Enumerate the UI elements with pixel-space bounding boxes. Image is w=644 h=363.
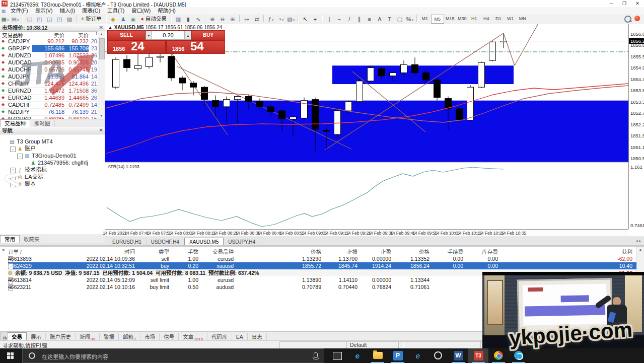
navigator-close-icon[interactable]: ✕ — [99, 127, 103, 134]
periods-button[interactable]: ◔ — [276, 15, 286, 24]
status-profile[interactable]: Default — [346, 341, 404, 349]
horizontal-line-button[interactable]: − — [334, 15, 344, 24]
taskbar-app-q-app[interactable] — [428, 348, 448, 363]
menu-item-6[interactable]: 帮助(H) — [154, 7, 179, 14]
menu-item-2[interactable]: 插入(I) — [56, 7, 79, 14]
terminal-button[interactable]: ◳ — [54, 15, 64, 24]
auto-scroll-button[interactable]: ↦ — [242, 15, 252, 24]
community-button[interactable]: ♟ — [118, 15, 128, 24]
market-watch-row-AUDNZD[interactable]: ◆AUDNZD1.074961.0752226 — [0, 52, 98, 59]
market-watch-row-CHFJPY[interactable]: ◆CHFJPY124.475124.49621 — [0, 80, 98, 88]
chart-tab-USDCHF-H4[interactable]: USDCHF,H4 — [147, 238, 184, 246]
terminal-tab-代码库[interactable]: 代码库 — [207, 333, 232, 341]
terminal-tab-账户历史[interactable]: 账户历史 — [46, 333, 76, 341]
sell-button[interactable]: SELL — [108, 31, 145, 40]
menu-item-3[interactable]: 图表(C) — [79, 7, 104, 14]
strategy-tester-button[interactable]: ▨ — [64, 15, 75, 24]
navigator-tab-0[interactable]: 常用 — [0, 235, 20, 243]
navigator-tab-1[interactable]: 收藏夹 — [20, 236, 44, 243]
timeframe-W1[interactable]: W1 — [505, 15, 517, 23]
menu-item-4[interactable]: 工具(T) — [104, 7, 128, 14]
label-button[interactable]: T — [385, 15, 395, 24]
data-window-button[interactable]: ◰ — [34, 15, 44, 24]
templates-button[interactable]: ▧ — [286, 15, 296, 24]
market-watch-row-NZDUSD[interactable]: ◆NZDUSD0.660850.6610015 — [0, 115, 98, 119]
market-watch-row-CADCHF[interactable]: ◆CADCHF0.724850.7249914 — [0, 101, 98, 109]
timeframe-M5[interactable]: M5 — [431, 15, 444, 24]
market-watch-row-EURCAD[interactable]: ◆EURCAD1.446391.4466526 — [0, 94, 98, 102]
shapes-button[interactable]: ▢ — [395, 15, 405, 24]
market-watch-row-AUDJPY[interactable]: ◆AUDJPY81.85081.86414 — [0, 73, 98, 81]
terminal-tab-警报[interactable]: 警报 — [100, 333, 119, 341]
timeframe-M30[interactable]: M30 — [456, 15, 468, 23]
timeframe-H1[interactable]: H1 — [468, 15, 480, 23]
market-watch-row-NZDJPY[interactable]: ◆NZDJPY76.11876.13921 — [0, 108, 98, 116]
timeframe-M15[interactable]: M15 — [444, 15, 456, 23]
timeframe-D1[interactable]: D1 — [492, 15, 505, 23]
profiles-button[interactable]: ▤ — [10, 15, 20, 24]
terminal-tab-日志[interactable]: 日志 — [248, 333, 267, 341]
price-chart[interactable]: ATR(14) 1.1193 — [105, 24, 628, 229]
trendline-button[interactable]: / — [344, 15, 354, 24]
market-watch-row-AUDCAD[interactable]: ◆AUDCAD0.906850.9070520 — [0, 59, 98, 66]
volume-up-button[interactable]: ▲ — [185, 31, 191, 40]
market-watch-tab-1[interactable]: 即时图 — [30, 120, 55, 127]
text-button[interactable]: A — [375, 15, 385, 24]
bars-button[interactable]: ▥ — [173, 15, 183, 24]
market-watch-scrollbar[interactable]: ▲ ▼ — [98, 31, 105, 119]
timeframe-M1[interactable]: M1 — [419, 15, 431, 23]
autotrade-button[interactable]: ● 自动交易 — [139, 15, 169, 23]
taskbar-app-word[interactable]: W — [448, 348, 468, 363]
restore-button[interactable]: ❐ — [618, 0, 631, 7]
terminal-tab-邮箱[interactable]: 邮箱7 — [119, 333, 140, 341]
market-watch-row-AUDCHF[interactable]: ◆AUDCHF0.657260.6574519 — [0, 66, 98, 74]
taskbar-app-chrome[interactable] — [488, 348, 509, 363]
zoom-in-button[interactable]: ⊕ — [207, 15, 218, 24]
vertical-line-button[interactable]: | — [324, 15, 334, 24]
new-order-button[interactable]: + 新订单 — [79, 15, 104, 23]
channel-button[interactable]: ∥ — [354, 15, 365, 24]
start-button[interactable] — [0, 348, 22, 363]
minimize-button[interactable]: ─ — [605, 0, 618, 7]
menu-item-1[interactable]: 显示(V) — [31, 7, 56, 14]
signals-button[interactable]: ◉ — [128, 15, 138, 24]
market-watch-button[interactable]: ◱ — [24, 15, 34, 24]
terminal-tab-EA[interactable]: EA — [232, 333, 248, 341]
market-watch-close-icon[interactable]: ✕ — [99, 24, 103, 31]
sell-price-tile[interactable]: 1856 24 — [108, 41, 165, 53]
expander-icon[interactable]: - — [10, 147, 16, 152]
nav-item-2[interactable]: -▥T3Group-Demo01 — [17, 152, 77, 159]
taskbar-app-p-app[interactable]: P — [388, 348, 408, 363]
menu-item-0[interactable]: 文件(F) — [7, 7, 31, 14]
buy-button[interactable]: BUY — [192, 31, 225, 40]
nav-item-1[interactable]: -♟账户 — [10, 145, 36, 152]
chart-shift-button[interactable]: ⇄ — [252, 15, 262, 24]
taskbar-app-internet-explorer[interactable]: e — [408, 348, 428, 363]
order-row-46613893[interactable]: 466138932022.02.14 10:09:36sell1.00eurus… — [8, 255, 643, 262]
market-watch-row-EURNZD[interactable]: ◆EURNZD1.714721.7150836 — [0, 87, 98, 95]
taskbar-app-t3-terminal[interactable]: T3 — [468, 348, 488, 363]
expander-icon[interactable]: - — [17, 154, 23, 159]
terminal-tab-文章[interactable]: 文章1015 — [179, 333, 207, 341]
line-chart-button[interactable]: ∿ — [193, 15, 203, 24]
new-chart-button[interactable]: ▦ — [0, 15, 10, 24]
chart-area[interactable]: ▲ XAUUSD,M5 1856.17 1856.61 1856.06 1856… — [105, 24, 644, 237]
timeframe-MN[interactable]: MN — [517, 15, 529, 23]
chart-tab-EURUSD-H1[interactable]: EURUSD,H1 — [108, 238, 147, 246]
order-row-46624329[interactable]: 466243292022.02.14 10:32:51buy0.20xauusd… — [8, 262, 643, 269]
microphone-icon[interactable] — [314, 352, 318, 358]
taskbar-app-edge[interactable]: e — [347, 348, 368, 363]
search-icon[interactable] — [624, 16, 631, 23]
close-button[interactable]: ✕ — [631, 0, 644, 7]
one-click-toggle-icon[interactable]: ▲ — [108, 25, 113, 30]
menu-item-5[interactable]: 窗口(W) — [128, 7, 154, 14]
terminal-tab-市场[interactable]: 市场 — [140, 333, 160, 341]
tile-windows-button[interactable]: ⊞ — [228, 15, 238, 24]
arrows-button[interactable]: % — [405, 15, 415, 24]
nav-item-0[interactable]: ▤T3 Group MT4 — [3, 138, 53, 145]
market-watch-row-CADJPY[interactable]: ◆CADJPY90.21290.23220 — [0, 38, 98, 45]
market-watch-row-GBPJPY[interactable]: ◆GBPJPY155.686155.70923 — [0, 45, 98, 52]
taskbar-app-file-explorer[interactable] — [368, 348, 388, 363]
nav-item-3[interactable]: ♟2134579356: chgfhfj — [24, 159, 88, 166]
buy-price-tile[interactable]: 1856 54 — [167, 41, 225, 53]
